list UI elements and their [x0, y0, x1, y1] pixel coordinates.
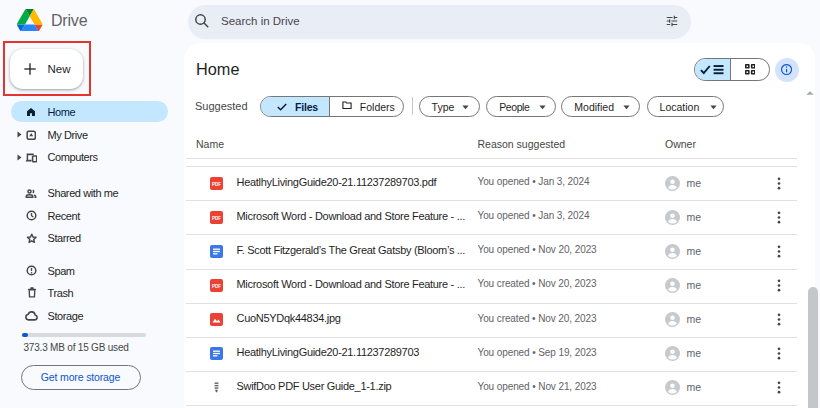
svg-text:PDF: PDF	[212, 182, 221, 187]
svg-text:PDF: PDF	[212, 216, 221, 221]
svg-text:PDF: PDF	[212, 284, 221, 289]
